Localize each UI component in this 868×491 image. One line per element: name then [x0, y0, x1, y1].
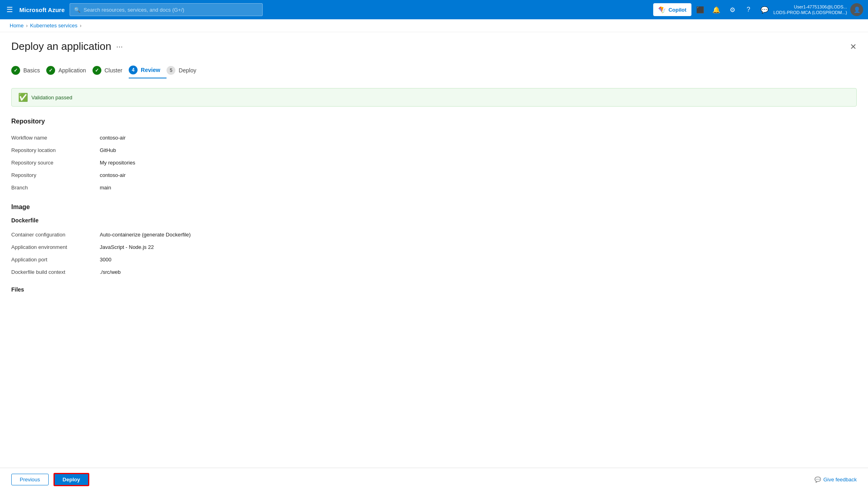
step-deploy[interactable]: 5 Deploy — [167, 63, 203, 78]
brand-name: Microsoft Azure — [19, 6, 65, 13]
files-content-spacer — [11, 298, 857, 338]
step-cluster[interactable]: ✓ Cluster — [93, 63, 129, 78]
step-deploy-label: Deploy — [179, 67, 196, 74]
terminal-icon[interactable]: ⬛ — [693, 2, 708, 17]
app-env-label: Application environment — [11, 241, 100, 253]
nav-icons-group: 🪁 Copilot ⬛ 🔔 ⚙ ? 💬 User1-47751306@LODS.… — [653, 2, 863, 17]
top-navigation: ☰ Microsoft Azure 🔍 Search resources, se… — [0, 0, 868, 19]
user-email: User1-47751306@LODS... — [794, 4, 847, 10]
page-title: Deploy an application — [11, 40, 111, 53]
repo-location-value: GitHub — [100, 144, 857, 156]
main-content: Deploy an application ··· ✕ ✓ Basics ✓ A… — [0, 32, 868, 489]
feedback-icon[interactable]: 💬 — [757, 2, 772, 17]
container-config-value: Auto-containerize (generate Dockerfile) — [100, 228, 857, 241]
workflow-name-value: contoso-air — [100, 131, 857, 144]
bell-icon[interactable]: 🔔 — [709, 2, 724, 17]
validation-check-icon: ✅ — [18, 92, 28, 102]
footer: Previous Deploy 💬 Give feedback — [0, 468, 868, 491]
page-more-icon[interactable]: ··· — [116, 42, 123, 51]
deploy-button[interactable]: Deploy — [53, 473, 89, 486]
search-bar[interactable]: 🔍 Search resources, services, and docs (… — [70, 3, 263, 16]
user-info: User1-47751306@LODS... LODS-PROD-MCA (LO… — [773, 4, 847, 16]
give-feedback-button[interactable]: 💬 Give feedback — [815, 477, 857, 483]
branch-value: main — [100, 181, 857, 194]
step-basics-circle: ✓ — [11, 66, 20, 75]
repo-location-label: Repository location — [11, 144, 100, 156]
copilot-label: Copilot — [668, 7, 687, 13]
dockerfile-context-label: Dockerfile build context — [11, 266, 100, 278]
step-review-circle: 4 — [129, 66, 138, 74]
copilot-icon: 🪁 — [658, 6, 666, 14]
step-cluster-circle: ✓ — [93, 66, 101, 75]
branch-label: Branch — [11, 181, 100, 194]
step-application-circle: ✓ — [46, 66, 55, 75]
help-icon[interactable]: ? — [741, 2, 756, 17]
step-application[interactable]: ✓ Application — [46, 63, 93, 78]
app-port-label: Application port — [11, 253, 100, 266]
repository-info-grid: Workflow name contoso-air Repository loc… — [11, 131, 857, 194]
dockerfile-subsection-title: Dockerfile — [11, 217, 857, 224]
app-port-value: 3000 — [100, 253, 857, 266]
step-cluster-label: Cluster — [105, 67, 122, 74]
previous-button[interactable]: Previous — [11, 474, 49, 485]
hamburger-menu-icon[interactable]: ☰ — [5, 4, 14, 16]
repo-source-label: Repository source — [11, 156, 100, 169]
step-application-label: Application — [58, 67, 86, 74]
repository-section-title: Repository — [11, 118, 857, 125]
repo-source-value: My repositories — [100, 156, 857, 169]
settings-icon[interactable]: ⚙ — [725, 2, 740, 17]
breadcrumb-sep-1: › — [26, 23, 28, 29]
step-basics-label: Basics — [23, 67, 40, 74]
container-config-label: Container configuration — [11, 228, 100, 241]
step-review[interactable]: 4 Review — [129, 62, 167, 78]
step-review-label: Review — [141, 67, 160, 73]
breadcrumb-sep-2: › — [80, 23, 81, 29]
page-title-row: Deploy an application ··· — [11, 40, 123, 53]
close-button[interactable]: ✕ — [850, 42, 857, 51]
breadcrumb: Home › Kubernetes services › — [0, 19, 868, 32]
step-deploy-circle: 5 — [167, 66, 175, 75]
breadcrumb-home[interactable]: Home — [10, 23, 24, 29]
dockerfile-context-value: ./src/web — [100, 266, 857, 278]
give-feedback-label: Give feedback — [823, 477, 857, 483]
user-tenant: LODS-PROD-MCA (LODSPRODM...) — [773, 10, 847, 15]
page-header: Deploy an application ··· ✕ — [11, 40, 857, 53]
image-section-title: Image — [11, 203, 857, 211]
app-env-value: JavaScript - Node.js 22 — [100, 241, 857, 253]
step-basics[interactable]: ✓ Basics — [11, 63, 46, 78]
breadcrumb-kubernetes[interactable]: Kubernetes services — [30, 23, 78, 29]
copilot-button[interactable]: 🪁 Copilot — [653, 3, 691, 16]
validation-message: ✅ Validation passed — [11, 88, 857, 107]
feedback-chat-icon: 💬 — [815, 477, 821, 483]
repository-label: Repository — [11, 169, 100, 181]
search-placeholder: Search resources, services, and docs (G+… — [84, 7, 184, 13]
workflow-name-label: Workflow name — [11, 131, 100, 144]
repository-value: contoso-air — [100, 169, 857, 181]
validation-text: Validation passed — [31, 95, 72, 101]
search-icon: 🔍 — [74, 7, 80, 13]
files-subsection-title: Files — [11, 286, 857, 293]
dockerfile-info-grid: Container configuration Auto-containeriz… — [11, 228, 857, 278]
wizard-steps: ✓ Basics ✓ Application ✓ Cluster 4 Revie… — [11, 62, 857, 80]
user-avatar[interactable]: 👤 — [850, 3, 863, 16]
